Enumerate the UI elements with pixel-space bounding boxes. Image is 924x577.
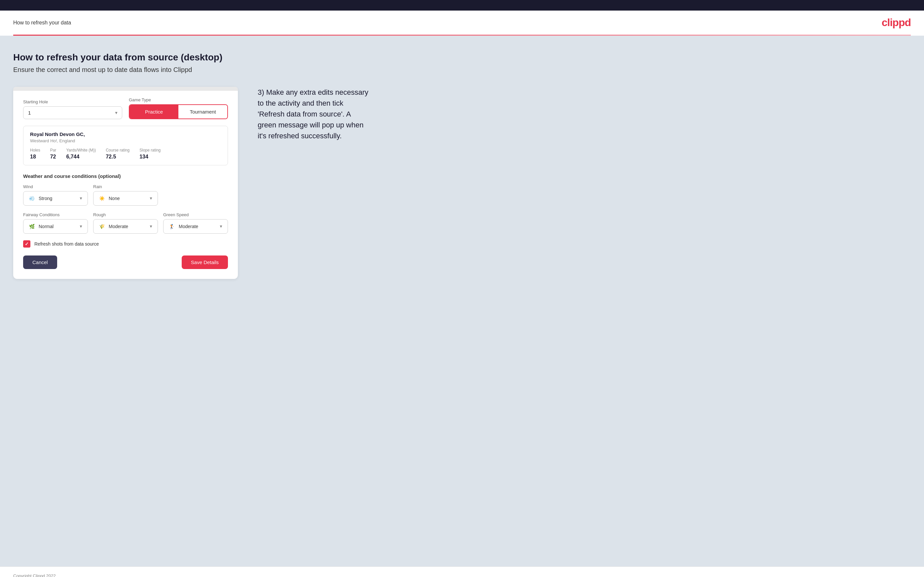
fairway-rough-green-row: Fairway Conditions 🌿 Normal ▼ Rough 🌾 Mo…: [23, 212, 228, 234]
tournament-button[interactable]: Tournament: [178, 105, 227, 119]
stat-par: Par 72: [50, 148, 57, 160]
wind-icon: 💨: [28, 195, 36, 202]
conditions-section-title: Weather and course conditions (optional): [23, 173, 228, 179]
green-speed-arrow: ▼: [219, 224, 223, 229]
starting-hole-wrapper: 1 ▼: [23, 106, 122, 119]
refresh-checkbox[interactable]: ✓: [23, 240, 31, 248]
game-type-field: Game Type Practice Tournament: [129, 97, 228, 119]
fairway-select[interactable]: 🌿 Normal ▼: [23, 219, 88, 234]
slope-value: 134: [139, 154, 160, 160]
wind-arrow: ▼: [79, 196, 83, 201]
rain-arrow: ▼: [149, 196, 153, 201]
starting-hole-select[interactable]: 1: [23, 106, 122, 119]
rain-field: Rain ☀️ None ▼: [93, 184, 158, 206]
footer: Copyright Clippd 2022: [0, 566, 924, 577]
top-bar: [0, 0, 924, 11]
game-type-buttons: Practice Tournament: [129, 104, 228, 119]
footer-text: Copyright Clippd 2022: [13, 573, 56, 577]
holes-value: 18: [30, 154, 40, 160]
course-name: Royal North Devon GC,: [30, 131, 221, 137]
refresh-checkbox-row: ✓ Refresh shots from data source: [23, 240, 228, 248]
course-stats: Holes 18 Par 72 Yards/White (M)) 6,744 C…: [30, 148, 221, 160]
side-instruction: 3) Make any extra edits necessary to the…: [258, 87, 370, 141]
fairway-field: Fairway Conditions 🌿 Normal ▼: [23, 212, 88, 234]
cancel-button[interactable]: Cancel: [23, 256, 57, 269]
rough-value: Moderate: [109, 224, 146, 229]
rough-label: Rough: [93, 212, 158, 217]
green-speed-select[interactable]: 🏌️ Moderate ▼: [163, 219, 228, 234]
content-layout: Starting Hole 1 ▼ Game Type Practice Tou…: [13, 87, 911, 279]
card-top-strip: [13, 87, 238, 91]
course-location: Westward Ho!, England: [30, 138, 221, 143]
yards-value: 6,744: [66, 154, 96, 160]
rough-arrow: ▼: [149, 224, 153, 229]
page-title: How to refresh your data from source (de…: [13, 52, 911, 63]
par-value: 72: [50, 154, 57, 160]
par-label: Par: [50, 148, 57, 153]
starting-hole-label: Starting Hole: [23, 99, 122, 104]
green-speed-icon: 🏌️: [168, 223, 175, 230]
stat-yards: Yards/White (M)) 6,744: [66, 148, 96, 160]
stat-slope: Slope rating 134: [139, 148, 160, 160]
wind-label: Wind: [23, 184, 88, 189]
course-rating-value: 72.5: [106, 154, 129, 160]
form-card: Starting Hole 1 ▼ Game Type Practice Tou…: [13, 87, 238, 279]
wind-field: Wind 💨 Strong ▼: [23, 184, 88, 206]
header: How to refresh your data clippd: [0, 11, 924, 35]
game-type-label: Game Type: [129, 97, 228, 102]
fairway-label: Fairway Conditions: [23, 212, 88, 217]
save-button[interactable]: Save Details: [182, 256, 228, 269]
rain-label: Rain: [93, 184, 158, 189]
yards-label: Yards/White (M)): [66, 148, 96, 153]
wind-rain-row: Wind 💨 Strong ▼ Rain ☀️ None ▼: [23, 184, 228, 206]
main-content: How to refresh your data from source (de…: [0, 35, 924, 566]
starting-hole-field: Starting Hole 1 ▼: [23, 99, 122, 119]
starting-hole-row: Starting Hole 1 ▼ Game Type Practice Tou…: [23, 97, 228, 119]
rough-icon: 🌾: [98, 223, 105, 230]
buttons-row: Cancel Save Details: [23, 256, 228, 269]
course-rating-label: Course rating: [106, 148, 129, 153]
logo: clippd: [882, 16, 911, 29]
green-speed-field: Green Speed 🏌️ Moderate ▼: [163, 212, 228, 234]
holes-label: Holes: [30, 148, 40, 153]
page-subtitle: Ensure the correct and most up to date d…: [13, 66, 911, 74]
refresh-label: Refresh shots from data source: [34, 241, 99, 247]
wind-value: Strong: [39, 196, 76, 201]
fairway-value: Normal: [39, 224, 76, 229]
rough-select[interactable]: 🌾 Moderate ▼: [93, 219, 158, 234]
check-icon: ✓: [25, 241, 29, 247]
rain-icon: ☀️: [98, 195, 105, 202]
slope-label: Slope rating: [139, 148, 160, 153]
fairway-icon: 🌿: [28, 223, 36, 230]
header-title: How to refresh your data: [13, 20, 71, 26]
course-info-card: Royal North Devon GC, Westward Ho!, Engl…: [23, 126, 228, 165]
stat-holes: Holes 18: [30, 148, 40, 160]
rain-select[interactable]: ☀️ None ▼: [93, 191, 158, 206]
fairway-arrow: ▼: [79, 224, 83, 229]
wind-select[interactable]: 💨 Strong ▼: [23, 191, 88, 206]
green-speed-value: Moderate: [179, 224, 216, 229]
green-speed-label: Green Speed: [163, 212, 228, 217]
stat-course-rating: Course rating 72.5: [106, 148, 129, 160]
rough-field: Rough 🌾 Moderate ▼: [93, 212, 158, 234]
rain-value: None: [109, 196, 146, 201]
practice-button[interactable]: Practice: [129, 105, 178, 119]
side-text: 3) Make any extra edits necessary to the…: [258, 87, 370, 141]
